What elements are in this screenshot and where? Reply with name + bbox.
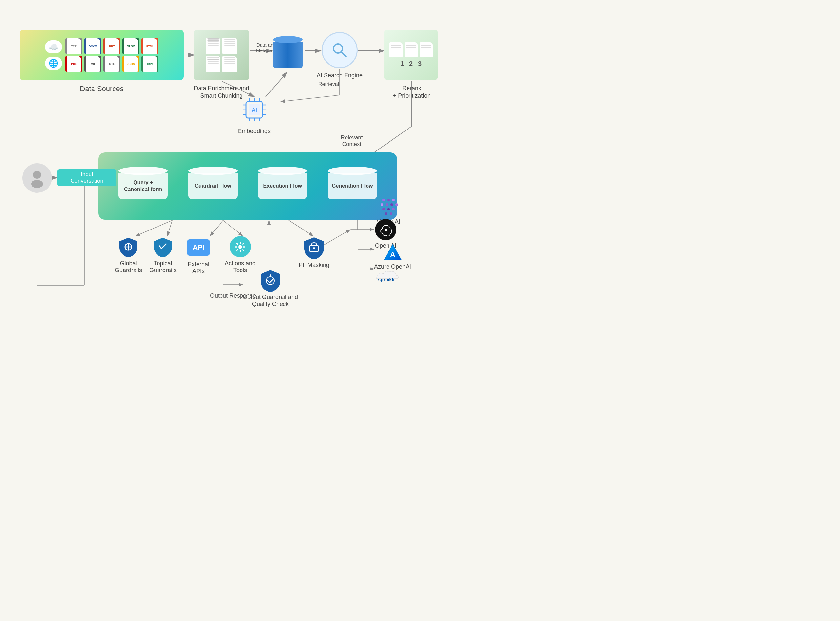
rerank-doc-1 — [389, 42, 403, 58]
cloud-icon: ☁️ — [45, 40, 62, 53]
svg-point-67 — [392, 199, 395, 201]
cpu-icon: AI — [240, 95, 269, 124]
topical-guardrails-label: Topical Guardrails — [149, 260, 176, 274]
pii-masking-label: PII Masking — [299, 262, 330, 268]
search-svg — [330, 40, 349, 60]
file-row-1: TXT DOCX PPT XLSX HTML — [65, 38, 158, 54]
query-canonical-cylinder: Query + Canonical form — [118, 167, 169, 206]
execution-cyl-body: Execution Flow — [258, 173, 307, 199]
svg-line-25 — [210, 220, 223, 236]
txt-icon: TXT — [65, 38, 82, 54]
output-guardrail-item: Output Guardrail and Quality Check — [243, 269, 298, 307]
svg-point-70 — [390, 203, 393, 206]
svg-text:Relevant: Relevant — [340, 135, 363, 141]
svg-point-73 — [387, 208, 390, 211]
svg-line-10 — [266, 72, 287, 97]
output-guardrail-label: Output Guardrail and Quality Check — [243, 294, 298, 307]
output-guardrail-icon — [259, 269, 282, 292]
pdf-icon: PDF — [65, 56, 82, 72]
global-guardrails-shield — [118, 236, 139, 257]
global-guardrails-item: Global Guardrails — [115, 236, 142, 274]
ai-search-engine-icon — [322, 32, 358, 68]
input-conversation-box: Input Conversation — [58, 169, 117, 186]
svg-point-68 — [381, 203, 383, 206]
svg-line-23 — [135, 220, 172, 236]
doc-icon-3 — [222, 38, 237, 54]
db-top — [273, 36, 302, 43]
csv-icon: CSV — [141, 56, 158, 72]
md-icon: MD — [84, 56, 102, 72]
sprinklr-icon: sprinklr — [374, 269, 399, 282]
api-icon: API — [187, 239, 210, 256]
doc-icons-right — [222, 38, 237, 73]
svg-text:A: A — [390, 250, 395, 259]
generation-cyl-body: Generation Flow — [328, 173, 377, 199]
rank-numbers: 1 2 3 — [400, 60, 422, 68]
diagram-container: Relevant Context ☁️ 🌐 — [0, 0, 840, 621]
xlsx-icon: XLSX — [122, 38, 140, 54]
html-icon: HTML — [141, 38, 158, 54]
svg-point-76 — [390, 212, 392, 215]
data-sources-box: ☁️ 🌐 TXT DOCX PPT XLSX HTML PDF MD RTF J… — [20, 30, 184, 80]
json-icon: JSON — [122, 56, 140, 72]
svg-point-61 — [313, 247, 315, 249]
svg-text:sprinklr: sprinklr — [378, 277, 395, 282]
doc-icon-2 — [206, 56, 220, 73]
svg-line-12 — [281, 95, 340, 101]
ai-search-engine-label: AI Search Engine — [312, 72, 368, 79]
vertex-ai-icon — [379, 197, 398, 217]
ppt-icon: PPT — [103, 38, 120, 54]
doc-icon-4 — [222, 56, 237, 73]
svg-line-26 — [223, 220, 243, 236]
svg-point-72 — [382, 208, 385, 211]
pii-masking-item: PII Masking — [299, 236, 330, 268]
left-side-icons: ☁️ 🌐 — [45, 40, 62, 70]
execution-cyl-top — [258, 167, 307, 175]
user-icon — [22, 163, 52, 193]
guardrail-flow-cylinder: Guardrail Flow — [187, 167, 238, 206]
query-cyl-body: Query + Canonical form — [118, 173, 168, 199]
rerank-doc-icons — [389, 42, 433, 58]
retrieval-label: Retrieval — [318, 81, 339, 87]
rerank-doc-3 — [420, 42, 433, 58]
rank-2: 2 — [409, 60, 413, 68]
globe-icon: 🌐 — [45, 57, 62, 70]
doc-icons-left — [206, 38, 220, 73]
actions-tools-item: Actions and Tools — [225, 236, 255, 274]
external-apis-item: API External APIs — [187, 239, 210, 275]
rtf-icon: RTF — [103, 56, 120, 72]
global-guardrails-label: Global Guardrails — [115, 260, 142, 274]
rerank-doc-2 — [405, 42, 418, 58]
svg-point-69 — [386, 203, 388, 206]
guardrail-cyl-top — [188, 167, 238, 175]
sprinklr-item: sprinklr — [374, 269, 399, 282]
embeddings-label: Embeddings — [228, 128, 281, 135]
data-enrichment-box — [194, 30, 249, 80]
rank-3: 3 — [418, 60, 422, 68]
file-icons-grid: TXT DOCX PPT XLSX HTML PDF MD RTF JSON C… — [65, 38, 158, 72]
gear-svg — [234, 240, 247, 253]
external-apis-label: External APIs — [188, 261, 210, 275]
docx-icon: DOCX — [84, 38, 102, 54]
db-body — [273, 42, 302, 68]
svg-point-59 — [238, 245, 242, 249]
rank-1: 1 — [400, 60, 404, 68]
rerank-label: Rerank + Prioritization — [377, 85, 446, 100]
svg-point-77 — [384, 229, 387, 231]
user-svg — [27, 168, 47, 188]
azure-openai-item: A Azure OpenAI — [374, 243, 411, 270]
file-row-2: PDF MD RTF JSON CSV — [65, 56, 158, 72]
database-cylinder — [273, 36, 302, 72]
topical-guardrails-item: Topical Guardrails — [149, 236, 176, 274]
generation-flow-cylinder: Generation Flow — [327, 167, 378, 206]
svg-point-65 — [382, 199, 385, 201]
query-cyl-top — [118, 167, 168, 175]
input-conversation-label: Input Conversation — [71, 171, 103, 184]
svg-point-75 — [384, 212, 387, 215]
openai-svg — [379, 223, 392, 236]
svg-line-38 — [341, 52, 346, 57]
topical-guardrails-shield — [152, 236, 173, 257]
data-sources-label: Data Sources — [20, 85, 184, 93]
svg-point-54 — [33, 171, 41, 179]
embeddings-chip: AI — [240, 95, 269, 124]
